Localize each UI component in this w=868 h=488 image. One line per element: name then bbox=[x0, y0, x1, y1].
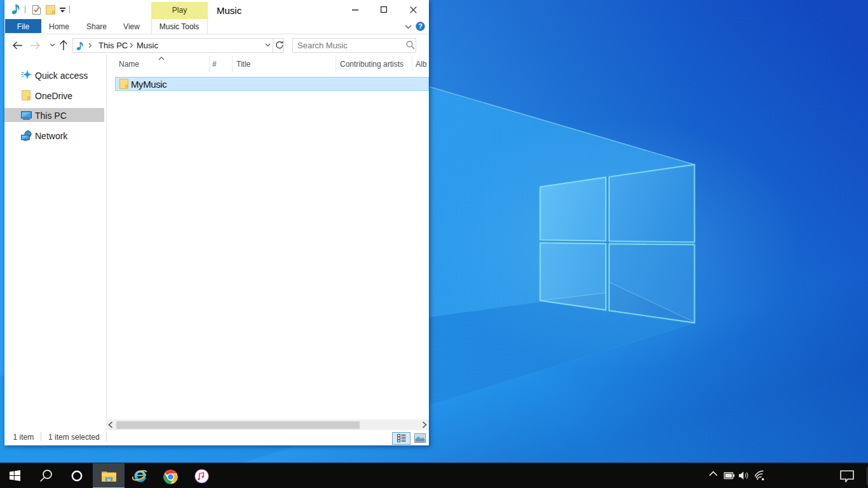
svg-text:?: ? bbox=[418, 22, 423, 30]
